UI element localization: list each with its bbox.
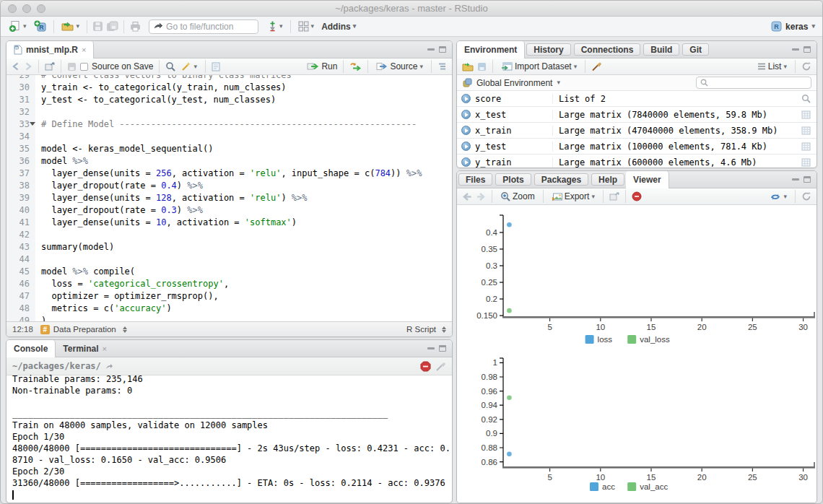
maximize-pane-icon[interactable]: [804, 176, 811, 183]
expand-icon[interactable]: [461, 94, 471, 103]
save-all-icon[interactable]: [106, 21, 118, 32]
popout-icon[interactable]: [609, 192, 619, 201]
code-line[interactable]: 49): [6, 315, 452, 321]
save-icon[interactable]: [92, 21, 103, 32]
expand-icon[interactable]: [461, 110, 471, 119]
environment-row[interactable]: y_testLarge matrix (100000 elements, 781…: [457, 139, 817, 155]
code-line[interactable]: 36model %>%: [6, 155, 452, 168]
save-workspace-icon[interactable]: [477, 62, 487, 71]
code-line[interactable]: 31y_test <- to_categorical(y_test, num_c…: [6, 94, 452, 106]
save-icon[interactable]: [67, 62, 77, 71]
goto-file-input[interactable]: [166, 22, 253, 32]
expand-icon[interactable]: [461, 157, 471, 167]
load-workspace-icon[interactable]: [462, 62, 474, 71]
export-plot-button[interactable]: Export ▾: [549, 190, 597, 203]
close-icon[interactable]: ×: [82, 45, 86, 54]
code-line[interactable]: 43summary(model): [6, 241, 452, 253]
view-table-icon[interactable]: [799, 158, 812, 167]
tab-plots[interactable]: Plots: [495, 173, 531, 186]
panes-layout-button[interactable]: ▾: [296, 19, 317, 33]
rerun-icon[interactable]: [349, 62, 362, 71]
code-line[interactable]: 35model <- keras_model_sequential(): [6, 143, 452, 155]
tab-packages[interactable]: Packages: [534, 173, 588, 186]
code-line[interactable]: 39 layer_dense(units = 128, activation =…: [6, 192, 452, 204]
maximize-pane-icon[interactable]: [439, 345, 446, 352]
code-line[interactable]: 40 layer_dropout(rate = 0.3) %>%: [6, 204, 452, 217]
goto-directory-icon[interactable]: [105, 362, 113, 370]
minimize-pane-icon[interactable]: [427, 48, 435, 51]
environment-row[interactable]: y_trainLarge matrix (600000 elements, 4.…: [457, 155, 817, 168]
code-line[interactable]: 30y_train <- to_categorical(y_train, num…: [6, 82, 452, 94]
forward-icon[interactable]: [476, 192, 486, 201]
tab-build[interactable]: Build: [643, 43, 679, 56]
code-line[interactable]: 34: [6, 131, 452, 143]
stop-icon[interactable]: [420, 361, 431, 372]
code-line[interactable]: 48 metrics = c('accuracy'): [6, 303, 452, 315]
run-button[interactable]: Run: [307, 61, 337, 71]
view-table-icon[interactable]: [799, 126, 812, 135]
clear-environment-icon[interactable]: [591, 61, 602, 71]
environment-search-input[interactable]: [711, 79, 807, 87]
minimize-pane-icon[interactable]: [792, 48, 799, 51]
minimize-pane-icon[interactable]: [792, 178, 799, 181]
popout-icon[interactable]: [45, 62, 55, 71]
stop-icon[interactable]: [632, 191, 642, 201]
expand-icon[interactable]: [461, 126, 471, 135]
version-control-button[interactable]: ▾: [266, 19, 285, 33]
compile-report-icon[interactable]: [212, 62, 220, 71]
environment-scope[interactable]: Global Environment ▾: [457, 75, 817, 91]
project-selector[interactable]: R keras ▾: [771, 21, 815, 32]
inspect-icon[interactable]: [799, 94, 812, 103]
environment-row[interactable]: x_testLarge matrix (7840000 elements, 59…: [457, 107, 817, 123]
code-tools-button[interactable]: ▾: [179, 60, 199, 73]
code-line[interactable]: 37 layer_dense(units = 256, activation =…: [6, 168, 452, 180]
import-dataset-button[interactable]: Import Dataset ▾: [499, 60, 579, 73]
open-file-button[interactable]: ▾: [59, 19, 82, 33]
section-selector[interactable]: # Data Preparation: [40, 325, 127, 334]
fold-icon[interactable]: [30, 122, 35, 126]
code-line[interactable]: 33# Define Model -----------------------…: [6, 118, 452, 131]
environment-row[interactable]: scoreList of 2: [457, 91, 817, 107]
code-line[interactable]: 44: [6, 253, 452, 266]
addins-menu[interactable]: Addins ▾: [319, 20, 358, 33]
tab-help[interactable]: Help: [591, 173, 624, 186]
doc-type-selector[interactable]: R Script: [406, 325, 446, 334]
back-icon[interactable]: [462, 192, 472, 201]
sync-button[interactable]: ▾: [767, 191, 789, 203]
new-project-button[interactable]: R: [32, 19, 48, 34]
goto-file-search[interactable]: [149, 19, 258, 34]
code-line[interactable]: 45model %>% compile(: [6, 266, 452, 278]
tab-connections[interactable]: Connections: [574, 43, 641, 56]
code-line[interactable]: 41 layer_dense(units = 10, activation = …: [6, 217, 452, 229]
console-output[interactable]: Trainable params: 235,146Non-trainable p…: [6, 373, 452, 503]
expand-icon[interactable]: [461, 142, 471, 151]
tab-history[interactable]: History: [526, 43, 570, 56]
refresh-icon[interactable]: [801, 61, 811, 71]
close-icon[interactable]: ×: [102, 344, 106, 353]
source-button[interactable]: Source ▾: [374, 60, 425, 73]
document-outline-icon[interactable]: [437, 62, 447, 71]
tab-git[interactable]: Git: [682, 43, 709, 56]
print-icon[interactable]: [129, 21, 141, 32]
new-file-button[interactable]: ▾: [6, 19, 29, 34]
tab-mnist-mlp[interactable]: R mnist_mlp.R ×: [6, 41, 94, 58]
tab-environment[interactable]: Environment: [457, 41, 525, 58]
minimize-pane-icon[interactable]: [427, 347, 435, 349]
code-line[interactable]: 42: [6, 229, 452, 241]
maximize-pane-icon[interactable]: [439, 46, 446, 53]
list-view-button[interactable]: List ▾: [755, 60, 789, 73]
maximize-pane-icon[interactable]: [804, 46, 811, 53]
code-editor[interactable]: 29# Convert class vectors to binary clas…: [6, 75, 452, 321]
code-line[interactable]: 32: [6, 106, 452, 118]
view-table-icon[interactable]: [799, 142, 812, 151]
tab-terminal[interactable]: Terminal ×: [56, 340, 114, 357]
source-on-save-checkbox[interactable]: [80, 63, 88, 71]
view-table-icon[interactable]: [799, 110, 812, 119]
tab-viewer[interactable]: Viewer: [626, 171, 669, 188]
code-line[interactable]: 46 loss = 'categorical_crossentropy',: [6, 278, 452, 290]
refresh-icon[interactable]: [801, 191, 811, 201]
environment-search[interactable]: [696, 77, 811, 89]
back-icon[interactable]: [12, 62, 20, 71]
tab-files[interactable]: Files: [458, 173, 492, 186]
forward-icon[interactable]: [24, 62, 32, 71]
